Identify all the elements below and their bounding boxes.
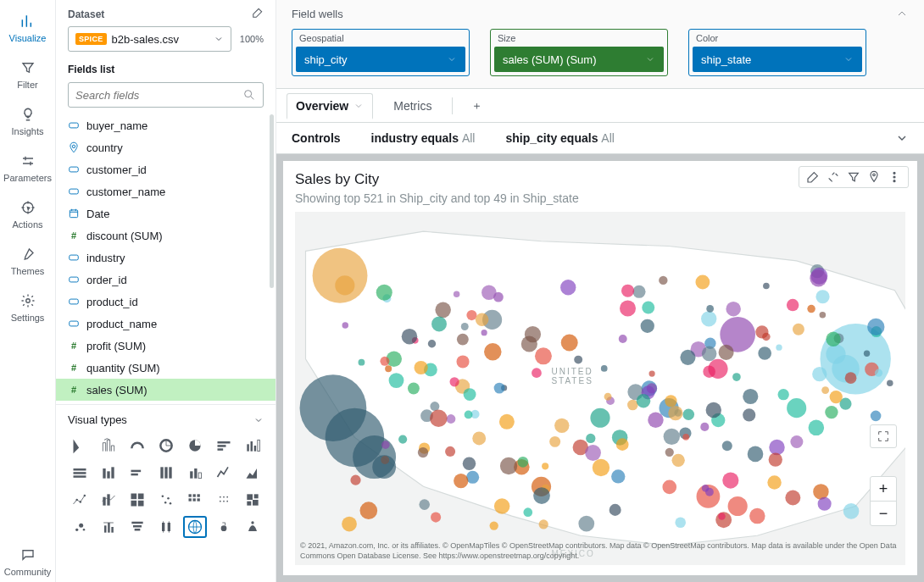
pin-icon[interactable]	[867, 170, 881, 184]
svg-point-170	[807, 305, 815, 313]
more-icon[interactable]	[888, 170, 901, 184]
svg-point-152	[726, 302, 741, 317]
visual-type-option[interactable]	[212, 462, 236, 484]
rail-actions[interactable]: Actions	[0, 191, 55, 235]
viz-card[interactable]: Sales by City Showing top 521 in Ship_ci…	[283, 161, 917, 575]
visual-type-option[interactable]	[154, 489, 178, 511]
svg-point-174	[662, 480, 676, 495]
svg-point-227	[619, 335, 627, 343]
field-customer_id[interactable]: customer_id	[56, 158, 276, 180]
visual-type-option[interactable]	[68, 462, 92, 484]
svg-rect-11	[70, 321, 79, 326]
svg-point-105	[769, 440, 785, 456]
tab-metrics[interactable]: Metrics	[385, 94, 440, 118]
chevron-down-icon[interactable]	[253, 415, 264, 425]
svg-point-212	[418, 447, 428, 457]
fields-list-header: Fields list	[56, 55, 276, 79]
field-product_id[interactable]: product_id	[56, 291, 276, 313]
rail-settings[interactable]: Settings	[0, 285, 55, 328]
rail-themes[interactable]: Themes	[0, 238, 55, 281]
chevron-down-icon[interactable]	[895, 131, 909, 145]
visual-type-option[interactable]	[97, 516, 120, 538]
field-quantity-SUM-[interactable]: #quantity (SUM)	[56, 357, 276, 379]
control-filter-industry[interactable]: industry equals All	[371, 131, 476, 145]
visual-type-option[interactable]	[68, 516, 92, 538]
tab-overview[interactable]: Overview	[287, 93, 373, 119]
visual-types-header: Visual types	[68, 413, 127, 426]
controls-label: Controls	[292, 131, 341, 145]
visual-type-option[interactable]	[183, 462, 207, 484]
field-profit-SUM-[interactable]: #profit (SUM)	[56, 335, 276, 357]
visual-type-option[interactable]	[97, 462, 120, 484]
visual-type-option[interactable]	[97, 435, 120, 457]
rail-community[interactable]: Community	[0, 539, 55, 582]
visual-type-option[interactable]	[212, 435, 236, 457]
map-canvas[interactable]: UNITED STATES MEXICO + − © 2021, Amazon.…	[295, 212, 905, 565]
fullscreen-button[interactable]	[870, 424, 897, 448]
scrollbar[interactable]	[270, 114, 274, 288]
svg-rect-30	[164, 467, 167, 478]
minimize-icon[interactable]	[827, 170, 840, 184]
visual-type-option[interactable]	[183, 489, 207, 511]
control-filter-shipcity[interactable]: ship_city equals All	[505, 131, 614, 145]
field-country[interactable]: country	[56, 136, 276, 158]
edit-dataset-icon[interactable]	[252, 7, 264, 21]
visual-type-option[interactable]	[125, 489, 149, 511]
visual-type-option[interactable]	[183, 435, 207, 457]
field-order_id[interactable]: order_id	[56, 269, 276, 291]
field-product_name[interactable]: product_name	[56, 313, 276, 335]
svg-rect-68	[108, 523, 110, 533]
visual-type-option[interactable]	[97, 489, 120, 511]
svg-point-100	[435, 302, 451, 319]
funnel-icon[interactable]	[847, 170, 860, 184]
svg-point-239	[637, 394, 651, 408]
zoom-out-button[interactable]: −	[871, 502, 896, 525]
rail-insights[interactable]: Insights	[0, 98, 55, 141]
svg-point-103	[787, 398, 806, 418]
svg-rect-29	[160, 467, 163, 478]
brush-icon	[19, 245, 37, 263]
visual-type-option[interactable]	[125, 435, 149, 457]
field-sales-SUM-[interactable]: #sales (SUM)	[56, 379, 276, 401]
chevron-up-icon[interactable]	[895, 7, 909, 20]
svg-rect-27	[131, 470, 142, 473]
field-industry[interactable]: industry	[56, 247, 276, 269]
visual-type-option[interactable]	[241, 462, 264, 484]
fields-search-input[interactable]	[75, 89, 242, 102]
chip-color[interactable]: ship_state	[693, 47, 862, 72]
visual-type-option[interactable]	[241, 435, 264, 457]
svg-point-219	[402, 329, 418, 345]
chip-geospatial[interactable]: ship_city	[296, 47, 465, 72]
visual-type-option[interactable]	[212, 489, 236, 511]
visual-type-option[interactable]	[68, 489, 92, 511]
visual-type-option[interactable]	[154, 435, 178, 457]
field-discount-SUM-[interactable]: #discount (SUM)	[56, 224, 276, 247]
fields-search[interactable]	[68, 82, 264, 108]
field-buyer_name[interactable]: buyer_name	[56, 114, 276, 136]
visual-type-option[interactable]	[241, 516, 264, 538]
pencil-icon[interactable]	[806, 170, 820, 184]
visual-type-option[interactable]	[154, 516, 178, 538]
visual-type-option[interactable]	[241, 489, 264, 511]
rail-visualize[interactable]: Visualize	[0, 5, 55, 48]
chip-size[interactable]: sales (SUM) (Sum)	[494, 47, 664, 72]
rail-filter[interactable]: Filter	[0, 52, 55, 95]
svg-point-132	[431, 316, 447, 331]
visual-type-option[interactable]	[212, 516, 236, 538]
rail-parameters[interactable]: Parameters	[0, 145, 55, 188]
field-Date[interactable]: Date	[56, 202, 276, 224]
svg-point-158	[461, 323, 469, 330]
field-customer_name[interactable]: customer_name	[56, 180, 276, 202]
visual-type-option[interactable]	[68, 435, 92, 457]
visual-type-option[interactable]	[154, 462, 178, 484]
svg-point-141	[705, 488, 714, 496]
svg-rect-38	[103, 497, 105, 506]
svg-point-128	[665, 448, 674, 457]
dataset-selector[interactable]: SPICE b2b-sales.csv	[68, 26, 231, 52]
visual-type-option[interactable]	[125, 516, 149, 538]
add-sheet-button[interactable]: ＋	[465, 95, 489, 117]
cursor-target-icon	[19, 198, 37, 217]
zoom-in-button[interactable]: +	[871, 477, 896, 501]
visual-type-option[interactable]	[183, 516, 207, 538]
visual-type-option[interactable]	[125, 462, 149, 484]
